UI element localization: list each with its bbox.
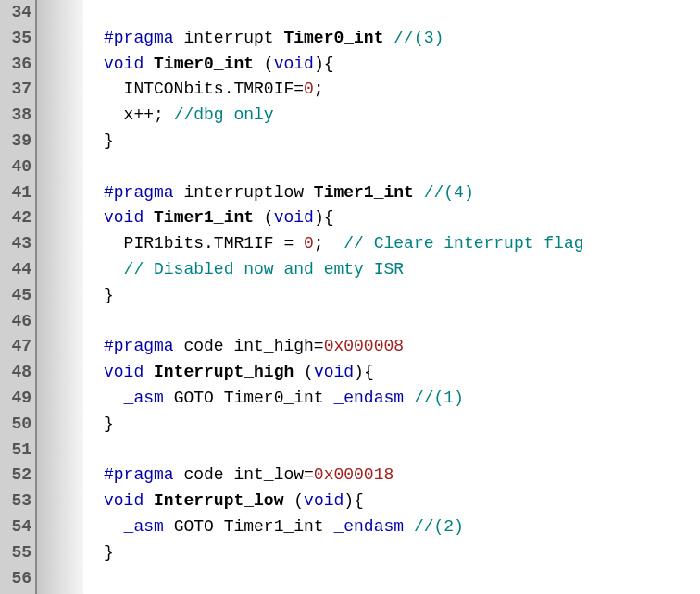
line-number: 34 <box>0 0 31 26</box>
code-line[interactable]: x++; //dbg only <box>104 103 700 129</box>
code-line[interactable] <box>104 309 700 335</box>
code-line[interactable]: void Interrupt_high (void){ <box>104 360 700 386</box>
code-line[interactable]: INTCONbits.TMR0IF=0; <box>104 77 700 103</box>
line-number: 38 <box>0 103 31 129</box>
code-line[interactable]: #pragma interruptlow Timer1_int //(4) <box>104 180 700 206</box>
code-line[interactable] <box>104 566 700 592</box>
code-line[interactable]: #pragma interrupt Timer0_int //(3) <box>104 26 700 52</box>
code-line[interactable]: _asm GOTO Timer1_int _endasm //(2) <box>104 514 700 540</box>
line-number: 42 <box>0 205 31 231</box>
line-number-gutter: 3435363738394041424344454647484950515253… <box>0 0 37 594</box>
code-editor-area[interactable]: #pragma interrupt Timer0_int //(3)void T… <box>83 0 700 594</box>
code-line[interactable]: #pragma code int_high=0x000008 <box>104 334 700 360</box>
line-number: 46 <box>0 309 31 335</box>
line-number: 35 <box>0 26 31 52</box>
code-line[interactable]: // Disabled now and emty ISR <box>104 257 700 283</box>
line-number: 37 <box>0 77 31 103</box>
code-line[interactable]: } <box>104 283 700 309</box>
line-number: 41 <box>0 180 31 206</box>
code-line[interactable]: PIR1bits.TMR1IF = 0; // Cleare interrupt… <box>104 231 700 257</box>
code-line[interactable]: } <box>104 412 700 438</box>
line-number: 53 <box>0 489 31 514</box>
line-number: 40 <box>0 155 31 180</box>
line-number: 54 <box>0 514 31 540</box>
line-number: 36 <box>0 52 31 78</box>
code-line[interactable]: } <box>104 129 700 155</box>
code-line[interactable]: } <box>104 540 700 566</box>
gutter-divider <box>37 0 83 594</box>
line-number: 51 <box>0 438 31 464</box>
code-line[interactable]: void Timer1_int (void){ <box>104 205 700 231</box>
line-number: 52 <box>0 463 31 489</box>
line-number: 50 <box>0 412 31 438</box>
line-number: 39 <box>0 129 31 155</box>
code-line[interactable]: #pragma code int_low=0x000018 <box>104 463 700 489</box>
code-line[interactable] <box>104 0 700 26</box>
code-line[interactable] <box>104 155 700 180</box>
code-line[interactable] <box>104 438 700 464</box>
line-number: 55 <box>0 540 31 566</box>
line-number: 44 <box>0 257 31 283</box>
line-number: 47 <box>0 334 31 360</box>
code-line[interactable]: _asm GOTO Timer0_int _endasm //(1) <box>104 386 700 412</box>
code-line[interactable]: void Timer0_int (void){ <box>104 52 700 78</box>
line-number: 56 <box>0 566 31 592</box>
line-number: 48 <box>0 360 31 386</box>
line-number: 45 <box>0 283 31 309</box>
line-number: 43 <box>0 231 31 257</box>
line-number: 49 <box>0 386 31 412</box>
code-line[interactable]: void Interrupt_low (void){ <box>104 489 700 514</box>
